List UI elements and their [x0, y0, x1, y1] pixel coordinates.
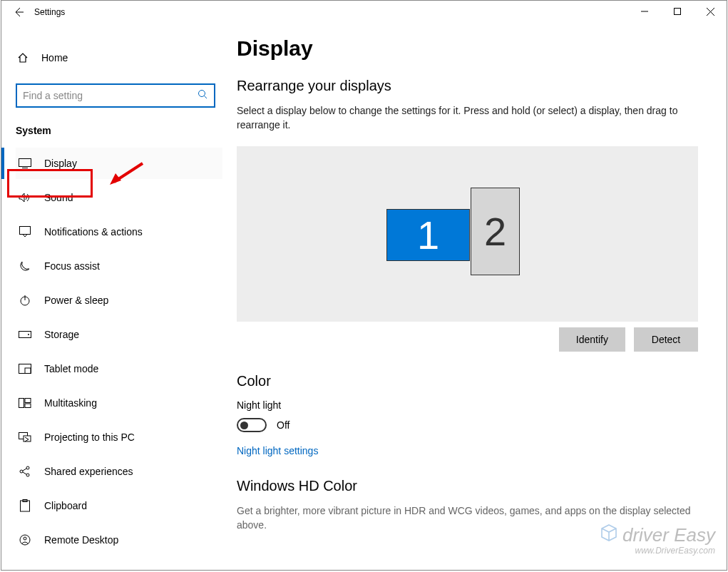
sidebar-item-label: Notifications & actions: [44, 226, 143, 238]
home-icon: [16, 52, 30, 63]
sidebar-item-label: Storage: [44, 329, 79, 340]
sidebar-item-label: Shared experiences: [44, 466, 133, 477]
remote-desktop-icon: [17, 534, 33, 546]
sidebar-item-projecting[interactable]: Projecting to this PC: [16, 422, 222, 453]
minimize-icon: [641, 8, 648, 15]
search-icon: [198, 89, 208, 102]
identify-button[interactable]: Identify: [559, 327, 625, 352]
svg-rect-17: [25, 404, 31, 408]
maximize-button[interactable]: [661, 1, 694, 22]
svg-rect-1: [675, 9, 681, 15]
sidebar: Home System Display Sound: [1, 24, 237, 570]
watermark: driver Easy www.DriverEasy.com: [600, 524, 715, 556]
display-arrangement-box[interactable]: 1 2: [237, 146, 698, 322]
cube-icon: [600, 524, 618, 547]
night-light-label: Night light: [237, 399, 698, 411]
back-button[interactable]: [7, 1, 30, 24]
sidebar-item-tablet-mode[interactable]: Tablet mode: [16, 353, 222, 384]
storage-icon: [17, 331, 33, 338]
hd-color-heading: Windows HD Color: [237, 478, 698, 494]
home-link[interactable]: Home: [16, 42, 222, 73]
sidebar-item-label: Sound: [44, 192, 73, 203]
watermark-brand: driver Easy: [622, 524, 715, 546]
svg-rect-8: [20, 227, 31, 235]
arrow-left-icon: [13, 6, 24, 18]
sidebar-item-label: Projecting to this PC: [44, 431, 135, 443]
multitasking-icon: [17, 398, 33, 408]
close-button[interactable]: [694, 1, 727, 22]
sidebar-item-power-sleep[interactable]: Power & sleep: [16, 285, 222, 316]
tablet-icon: [17, 364, 33, 374]
page-title: Display: [237, 36, 698, 61]
power-icon: [17, 295, 33, 306]
settings-window: Settings Home System: [1, 0, 727, 571]
sidebar-item-remote-desktop[interactable]: Remote Desktop: [16, 524, 222, 556]
svg-line-23: [23, 469, 26, 471]
svg-rect-16: [25, 399, 31, 403]
section-label: System: [16, 125, 222, 136]
color-heading: Color: [237, 373, 698, 389]
rearrange-heading: Rearrange your displays: [237, 78, 698, 94]
sidebar-item-clipboard[interactable]: Clipboard: [16, 490, 222, 521]
svg-rect-14: [25, 368, 31, 374]
svg-point-4: [199, 91, 205, 97]
sidebar-item-sound[interactable]: Sound: [16, 182, 222, 213]
svg-point-12: [28, 334, 29, 335]
monitor-2[interactable]: 2: [471, 188, 520, 275]
shared-icon: [17, 466, 33, 477]
sidebar-item-label: Tablet mode: [44, 363, 98, 374]
close-icon: [707, 8, 714, 16]
minimize-button[interactable]: [628, 1, 661, 22]
rearrange-description: Select a display below to change the set…: [237, 104, 698, 132]
sound-icon: [17, 192, 33, 203]
projecting-icon: [17, 432, 33, 442]
sidebar-item-label: Clipboard: [44, 500, 87, 511]
svg-rect-15: [19, 399, 24, 408]
sidebar-item-storage[interactable]: Storage: [16, 319, 222, 350]
night-light-toggle[interactable]: [237, 418, 267, 432]
svg-line-5: [205, 96, 207, 99]
toggle-state-label: Off: [277, 419, 289, 431]
maximize-icon: [674, 8, 681, 15]
sidebar-item-label: Remote Desktop: [44, 534, 118, 546]
main-content: Display Rearrange your displays Select a…: [237, 24, 727, 570]
svg-point-22: [26, 474, 29, 476]
sidebar-item-display[interactable]: Display: [16, 148, 222, 179]
sidebar-item-label: Focus assist: [44, 260, 100, 272]
sidebar-item-notifications[interactable]: Notifications & actions: [16, 216, 222, 247]
svg-rect-6: [19, 159, 31, 167]
night-light-settings-link[interactable]: Night light settings: [237, 445, 318, 456]
svg-line-24: [23, 472, 26, 474]
sidebar-item-multitasking[interactable]: Multitasking: [16, 387, 222, 419]
svg-rect-25: [21, 501, 30, 511]
search-box[interactable]: [16, 83, 215, 108]
titlebar: Settings: [1, 1, 727, 24]
sidebar-item-focus-assist[interactable]: Focus assist: [16, 250, 222, 282]
display-icon: [17, 158, 33, 168]
svg-point-21: [26, 466, 29, 469]
toggle-knob: [240, 422, 248, 429]
sidebar-item-shared-experiences[interactable]: Shared experiences: [16, 456, 222, 487]
home-label: Home: [41, 52, 68, 63]
watermark-url: www.DriverEasy.com: [600, 546, 715, 556]
sidebar-item-label: Power & sleep: [44, 295, 108, 306]
svg-point-28: [24, 537, 26, 540]
sidebar-item-label: Multitasking: [44, 397, 97, 409]
notifications-icon: [17, 226, 33, 238]
window-title: Settings: [34, 7, 65, 17]
detect-button[interactable]: Detect: [634, 327, 698, 352]
svg-point-20: [20, 470, 23, 473]
clipboard-icon: [17, 499, 33, 512]
monitor-1[interactable]: 1: [386, 209, 470, 261]
search-input[interactable]: [23, 90, 198, 101]
focus-assist-icon: [17, 260, 33, 272]
sidebar-item-label: Display: [44, 158, 77, 169]
